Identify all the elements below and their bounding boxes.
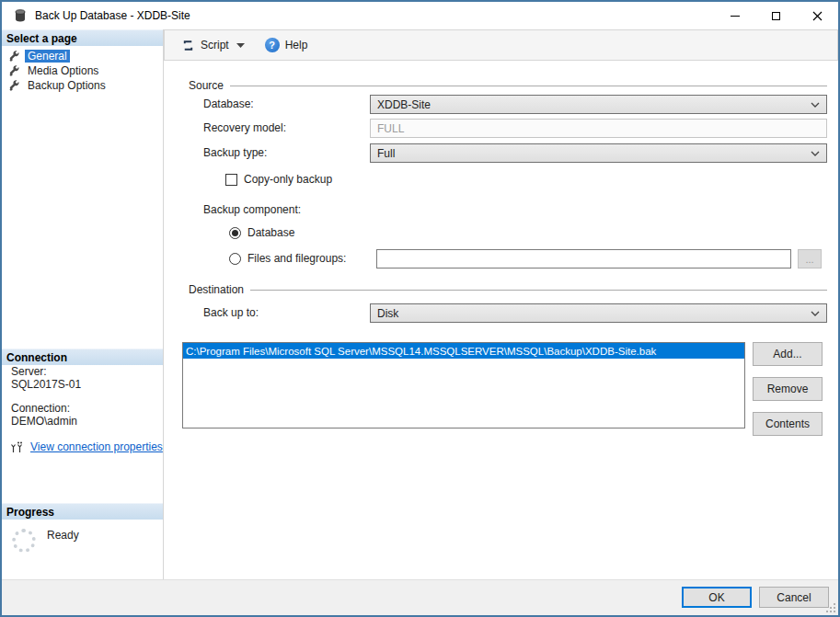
close-icon [812,11,823,21]
connection-value: DEMO\admin [2,415,163,428]
progress-spinner-icon [12,529,36,553]
connection-header: Connection [2,348,163,365]
backup-type-value: Full [377,147,395,160]
backup-destination-list[interactable]: C:\Program Files\Microsoft SQL Server\MS… [182,342,745,428]
help-label: Help [285,39,308,51]
files-filegroups-radio-label: Files and filegroups: [247,252,346,265]
page-list: General Media Options Backup Options [2,46,163,93]
remove-button[interactable]: Remove [753,377,823,401]
copy-only-backup-label: Copy-only backup [244,173,332,186]
window-controls [714,2,838,29]
add-button[interactable]: Add... [753,342,823,366]
database-radio-row: Database [229,226,294,239]
database-combobox[interactable]: XDDB-Site [370,95,827,114]
script-label: Script [201,39,229,51]
script-dropdown-icon[interactable] [236,43,245,48]
help-icon: ? [265,38,280,52]
sidebar-item-label: Backup Options [25,79,109,92]
close-button[interactable] [797,2,838,29]
sidebar-item-media-options[interactable]: Media Options [2,63,163,78]
server-label: Server: [2,365,163,378]
browse-button: ... [798,249,822,269]
script-icon [181,39,195,52]
sidebar-item-general[interactable]: General [2,49,163,63]
contents-button[interactable]: Contents [753,412,823,436]
connection-info: Server: SQL2017S-01 Connection: DEMO\adm… [2,365,163,453]
group-divider-line [250,290,827,291]
back-up-to-value: Disk [377,307,398,320]
chevron-down-icon [811,102,820,108]
backup-type-label: Backup type: [203,146,267,159]
wrench-icon [8,80,20,92]
maximize-button[interactable] [755,2,797,29]
recovery-model-label: Recovery model: [203,121,286,134]
resize-grip[interactable] [824,601,836,613]
recovery-model-value: FULL [377,122,404,135]
backup-path-row-selected[interactable]: C:\Program Files\Microsoft SQL Server\MS… [183,343,744,359]
destination-group: Destination [189,283,827,296]
backup-component-label: Backup component: [203,203,301,216]
progress-status: Ready [47,529,79,542]
source-group: Source [189,79,827,92]
help-button[interactable]: ? Help [261,35,312,55]
connection-properties-icon [10,441,25,453]
files-filegroups-input[interactable] [376,249,791,269]
ok-button[interactable]: OK [682,587,752,608]
group-divider-line [230,86,827,86]
copy-only-backup-checkbox[interactable] [225,174,237,186]
recovery-model-field: FULL [370,119,827,138]
back-up-to-combobox[interactable]: Disk [370,303,827,323]
database-icon [13,8,28,23]
window-title: Back Up Database - XDDB-Site [35,9,190,22]
chevron-down-icon [811,151,820,156]
back-up-to-label: Back up to: [203,306,259,319]
database-label: Database: [203,97,254,110]
server-value: SQL2017S-01 [2,378,163,391]
connection-label: Connection: [2,402,163,415]
files-filegroups-radio[interactable] [229,253,241,265]
script-button[interactable]: Script [178,36,248,55]
toolbar: Script ? Help [164,29,838,61]
minimize-icon [731,16,740,17]
sidebar: Select a page General Media Options Back… [2,29,164,579]
footer: OK Cancel [2,579,838,615]
sidebar-item-backup-options[interactable]: Backup Options [2,78,163,93]
source-group-label: Source [189,79,224,92]
files-filegroups-radio-row: Files and filegroups: [229,252,346,265]
backup-database-dialog: Back Up Database - XDDB-Site Select a pa… [0,0,840,617]
destination-group-label: Destination [189,283,244,296]
minimize-button[interactable] [714,2,755,29]
copy-only-backup-row: Copy-only backup [225,173,332,186]
view-connection-properties-link[interactable]: View connection properties [30,440,163,453]
progress-header: Progress [2,503,163,520]
select-a-page-header: Select a page [2,29,163,46]
database-value: XDDB-Site [377,98,431,111]
sidebar-item-label: Media Options [25,64,101,77]
backup-type-combobox[interactable]: Full [370,143,827,163]
wrench-icon [8,51,20,63]
database-radio[interactable] [229,227,241,239]
cancel-button[interactable]: Cancel [759,587,829,608]
wrench-icon [8,65,20,77]
database-radio-label: Database [247,226,294,239]
progress-section: Ready [2,526,163,553]
chevron-down-icon [811,311,820,316]
general-page-content: Source Database: XDDB-Site Recovery mode… [165,61,838,579]
titlebar: Back Up Database - XDDB-Site [2,2,838,29]
sidebar-item-label: General [25,50,70,63]
maximize-icon [772,12,780,20]
